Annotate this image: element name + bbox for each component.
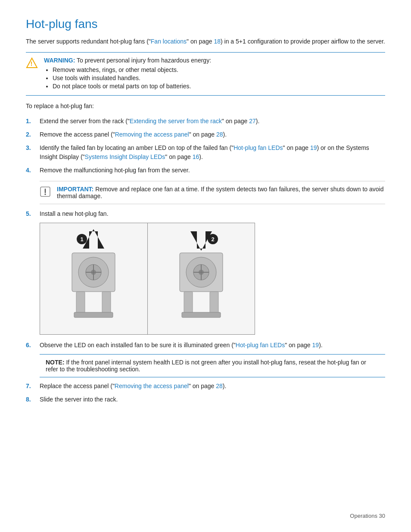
page-28-link-2[interactable]: 28 bbox=[216, 383, 223, 389]
intro-text-mid: " on page bbox=[187, 38, 214, 45]
important-icon bbox=[40, 186, 51, 197]
svg-text:1: 1 bbox=[81, 236, 84, 243]
warning-box: ! WARNING: To prevent personal injury fr… bbox=[26, 52, 385, 96]
diagram-left-img: 1 bbox=[40, 223, 147, 334]
step-4-content: Remove the malfunctioning hot-plug fan f… bbox=[40, 166, 385, 175]
diagram-right-svg: 2 bbox=[173, 227, 229, 330]
step-8-num: 8. bbox=[26, 395, 35, 404]
step-4: 4. Remove the malfunctioning hot-plug fa… bbox=[26, 166, 385, 175]
svg-rect-32 bbox=[182, 312, 221, 317]
step-1-content: Extend the server from the rack ("Extend… bbox=[40, 117, 385, 126]
step-7: 7. Replace the access panel ("Removing t… bbox=[26, 382, 385, 391]
step-2: 2. Remove the access panel ("Removing th… bbox=[26, 130, 385, 139]
step-1: 1. Extend the server from the rack ("Ext… bbox=[26, 117, 385, 126]
warning-label: WARNING: bbox=[44, 57, 75, 64]
hotplug-fan-leds-link-1[interactable]: Hot-plug fan LEDs bbox=[234, 144, 283, 151]
step-5-num: 5. bbox=[26, 209, 35, 218]
note-text: If the front panel internal system healt… bbox=[46, 359, 366, 373]
removing-access-panel-link-2[interactable]: Removing the access panel bbox=[115, 383, 189, 389]
extending-server-link[interactable]: Extending the server from the rack bbox=[130, 118, 222, 124]
page-title: Hot-plug fans bbox=[26, 17, 385, 31]
svg-rect-30 bbox=[184, 292, 193, 313]
warning-text: To prevent personal injury from hazardou… bbox=[75, 57, 211, 64]
intro-text-before: The server supports redundant hot-plug f… bbox=[26, 38, 151, 45]
step-6: 6. Observe the LED on each installed fan… bbox=[26, 341, 385, 350]
intro-text-end: ) in a 5+1 configuration to provide prop… bbox=[221, 38, 385, 45]
removing-access-panel-link-1[interactable]: Removing the access panel bbox=[115, 131, 189, 138]
diagram-right: 2 bbox=[148, 223, 255, 334]
page-28-link-1[interactable]: 28 bbox=[216, 131, 223, 138]
step-2-num: 2. bbox=[26, 130, 35, 139]
note-label: NOTE: bbox=[46, 359, 65, 366]
step-3: 3. Identify the failed fan by locating a… bbox=[26, 143, 385, 162]
svg-rect-18 bbox=[74, 312, 113, 317]
svg-rect-17 bbox=[102, 292, 111, 313]
svg-text:!: ! bbox=[31, 60, 33, 67]
warning-icon: ! bbox=[26, 57, 38, 69]
important-content: IMPORTANT: Remove and replace one fan at… bbox=[57, 186, 385, 199]
hotplug-fan-leds-link-2[interactable]: Hot-plug fan LEDs bbox=[236, 342, 285, 348]
step-7-content: Replace the access panel ("Removing the … bbox=[40, 382, 385, 391]
important-box: IMPORTANT: Remove and replace one fan at… bbox=[40, 181, 385, 204]
step-6-content: Observe the LED on each installed fan to… bbox=[40, 341, 385, 350]
steps-list: 1. Extend the server from the rack ("Ext… bbox=[26, 117, 385, 175]
svg-rect-16 bbox=[76, 292, 85, 313]
step-8-content: Slide the server into the rack. bbox=[40, 395, 385, 404]
svg-rect-31 bbox=[210, 292, 218, 313]
step-3-content: Identify the failed fan by locating an a… bbox=[40, 143, 385, 162]
replace-intro: To replace a hot-plug fan: bbox=[26, 102, 385, 111]
important-label: IMPORTANT: bbox=[57, 186, 93, 193]
step-4-num: 4. bbox=[26, 166, 35, 175]
step-7-num: 7. bbox=[26, 382, 35, 391]
step-8: 8. Slide the server into the rack. bbox=[26, 395, 385, 404]
intro-paragraph: The server supports redundant hot-plug f… bbox=[26, 37, 385, 46]
svg-rect-4 bbox=[45, 194, 46, 195]
page-16-link[interactable]: 16 bbox=[193, 153, 199, 160]
note-box: NOTE: If the front panel internal system… bbox=[40, 354, 385, 377]
warning-item-3: Do not place tools or metal parts on top… bbox=[53, 83, 385, 90]
fan-locations-link[interactable]: Fan locations bbox=[151, 38, 187, 45]
svg-text:2: 2 bbox=[211, 236, 214, 243]
step-5: 5. Install a new hot-plug fan. bbox=[26, 209, 385, 218]
page-18-link[interactable]: 18 bbox=[214, 38, 221, 45]
step-2-content: Remove the access panel ("Removing the a… bbox=[40, 130, 385, 139]
important-text: Remove and replace one fan at a time. If… bbox=[57, 186, 383, 199]
warning-list: Remove watches, rings, or other metal ob… bbox=[53, 66, 385, 90]
step-5-content: Install a new hot-plug fan. bbox=[40, 209, 385, 218]
step-3-num: 3. bbox=[26, 143, 35, 162]
step-6-num: 6. bbox=[26, 341, 35, 350]
page-19-link-2[interactable]: 19 bbox=[312, 342, 319, 348]
diagram-left: 1 bbox=[40, 223, 148, 334]
page-27-link[interactable]: 27 bbox=[249, 118, 256, 124]
systems-insight-display-leds-link[interactable]: Systems Insight Display LEDs bbox=[85, 153, 165, 160]
diagram-right-img: 2 bbox=[148, 223, 255, 334]
warning-item-2: Use tools with insulated handles. bbox=[53, 75, 385, 81]
fan-diagram: 1 bbox=[40, 223, 255, 335]
warning-item-1: Remove watches, rings, or other metal ob… bbox=[53, 66, 385, 73]
step-1-num: 1. bbox=[26, 117, 35, 126]
footer: Operations 30 bbox=[350, 513, 385, 519]
page-19-link-1[interactable]: 19 bbox=[310, 144, 317, 151]
warning-content: WARNING: To prevent personal injury from… bbox=[44, 57, 385, 91]
diagram-left-svg: 1 bbox=[65, 227, 121, 330]
